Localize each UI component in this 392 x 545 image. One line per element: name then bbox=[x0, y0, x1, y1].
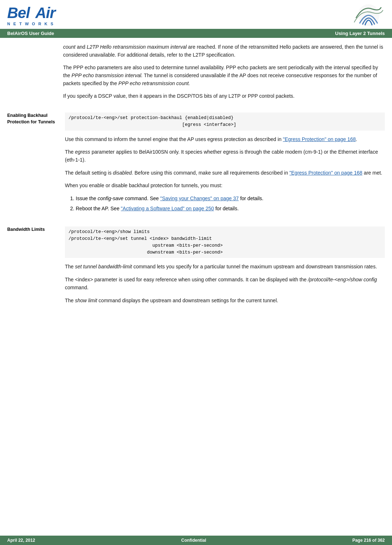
backhaul-code: /protocol/te-<eng>/set protection-backha… bbox=[65, 113, 385, 131]
title-bar: BelAirOS User Guide Using Layer 2 Tunnel… bbox=[0, 29, 392, 38]
section-bandwidth-content: /protocol/te-<eng>/show limits /protocol… bbox=[63, 227, 385, 309]
logo-graphic bbox=[352, 4, 385, 27]
logo-belair: Bel Air bbox=[7, 4, 65, 21]
egress-link-2[interactable]: "Egress Protection" on page 168 bbox=[290, 170, 362, 176]
doc-footer: April 22, 2012 Confidential Page 216 of … bbox=[0, 536, 392, 545]
section-label-backhaul: Enabling Backhaul Protection for Tunnels bbox=[7, 113, 63, 217]
footer-confidential: Confidential bbox=[181, 538, 206, 543]
backhaul-para2: The egress parameter applies to BelAir10… bbox=[65, 148, 385, 164]
bandwidth-para1: The set tunnel bandwidth-limit command l… bbox=[65, 263, 385, 271]
intro-para2: The PPP echo parameters are also used to… bbox=[63, 64, 385, 87]
svg-text:Bel: Bel bbox=[7, 4, 31, 21]
list-item-1: Issue the config-save command. See "Savi… bbox=[76, 195, 385, 203]
section-enabling-backhaul: Enabling Backhaul Protection for Tunnels… bbox=[0, 105, 392, 225]
intro-italic2: L2TP Hello retransmission maximum interv… bbox=[87, 44, 186, 50]
intro-para3: If you specify a DSCP value, then it app… bbox=[63, 92, 385, 100]
intro-italic1: count bbox=[63, 44, 75, 50]
section-backhaul-content: /protocol/te-<eng>/set protection-backha… bbox=[63, 113, 385, 217]
intro-para1: count and L2TP Hello retransmission maxi… bbox=[63, 43, 385, 59]
list-item-2: Reboot the AP. See "Activating a Softwar… bbox=[76, 205, 385, 213]
footer-date: April 22, 2012 bbox=[7, 538, 35, 543]
title-right: Using Layer 2 Tunnels bbox=[335, 31, 385, 36]
activating-load-link[interactable]: "Activating a Software Load" on page 250 bbox=[121, 206, 214, 211]
footer-page: Page 216 of 362 bbox=[352, 538, 385, 543]
section-label-bandwidth: Bandwidth Limits bbox=[7, 227, 63, 309]
bandwidth-code: /protocol/te-<eng>/show limits /protocol… bbox=[65, 227, 385, 258]
backhaul-para3: The default setting is disabled. Before … bbox=[65, 169, 385, 177]
title-left: BelAirOS User Guide bbox=[7, 31, 54, 36]
saving-changes-link[interactable]: "Saving your Changes" on page 37 bbox=[160, 195, 239, 201]
backhaul-para1: Use this command to inform the tunnel en… bbox=[65, 136, 385, 144]
logo-area: Bel Air N E T W O R K S bbox=[7, 4, 65, 26]
bandwidth-para2: The <index> parameter is used for easy r… bbox=[65, 276, 385, 291]
bandwidth-para3: The show limit command displays the upst… bbox=[65, 297, 385, 305]
footer-wrapper: Document Number BDTM00000-A02 Draft Apri… bbox=[0, 536, 392, 545]
intro-area: count and L2TP Hello retransmission maxi… bbox=[0, 38, 392, 100]
backhaul-list: Issue the config-save command. See "Savi… bbox=[72, 195, 385, 212]
section-bandwidth-limits: Bandwidth Limits /protocol/te-<eng>/show… bbox=[0, 225, 392, 317]
doc-header: Bel Air N E T W O R K S bbox=[0, 0, 392, 29]
logo-networks: N E T W O R K S bbox=[7, 22, 65, 26]
backhaul-para4: When you enable or disable backhaul prot… bbox=[65, 182, 385, 190]
svg-text:Air: Air bbox=[35, 4, 57, 21]
egress-link-1[interactable]: "Egress Protection" on page 168 bbox=[283, 136, 356, 142]
